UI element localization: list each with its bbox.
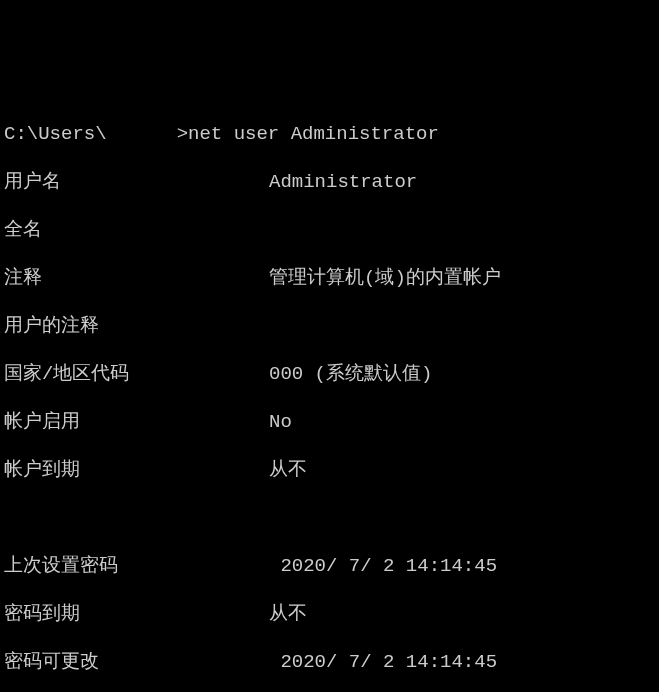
field-password-last-set: 上次设置密码 2020/ 7/ 2 14:14:45 (4, 554, 655, 578)
label-user-comment: 用户的注释 (4, 314, 269, 338)
field-country-code: 国家/地区代码000 (系统默认值) (4, 362, 655, 386)
label-password-expires: 密码到期 (4, 602, 269, 626)
field-account-active: 帐户启用No (4, 410, 655, 434)
value-password-expires: 从不 (269, 602, 307, 626)
command-prompt-line: C:\Users\>net user Administrator (4, 122, 655, 146)
value-username: Administrator (269, 170, 417, 194)
label-account-active: 帐户启用 (4, 410, 269, 434)
value-account-active: No (269, 410, 292, 434)
label-password-last-set: 上次设置密码 (4, 554, 269, 578)
field-password-expires: 密码到期从不 (4, 602, 655, 626)
blank-line (4, 506, 655, 530)
label-country-code: 国家/地区代码 (4, 362, 269, 386)
field-user-comment: 用户的注释 (4, 314, 655, 338)
field-account-expires: 帐户到期从不 (4, 458, 655, 482)
prompt-path-prefix: C:\Users\ (4, 122, 107, 146)
value-password-last-set: 2020/ 7/ 2 14:14:45 (269, 554, 497, 578)
field-username: 用户名Administrator (4, 170, 655, 194)
field-password-changeable: 密码可更改 2020/ 7/ 2 14:14:45 (4, 650, 655, 674)
field-comment: 注释管理计算机(域)的内置帐户 (4, 266, 655, 290)
label-password-changeable: 密码可更改 (4, 650, 269, 674)
label-username: 用户名 (4, 170, 269, 194)
value-country-code: 000 (系统默认值) (269, 362, 432, 386)
terminal-output[interactable]: C:\Users\>net user Administrator 用户名Admi… (4, 98, 655, 692)
redacted-username (107, 122, 177, 140)
field-fullname: 全名 (4, 218, 655, 242)
value-account-expires: 从不 (269, 458, 307, 482)
value-comment: 管理计算机(域)的内置帐户 (269, 266, 501, 290)
value-password-changeable: 2020/ 7/ 2 14:14:45 (269, 650, 497, 674)
label-comment: 注释 (4, 266, 269, 290)
prompt-path-suffix: > (177, 122, 188, 146)
command-text: net user Administrator (188, 122, 439, 146)
label-account-expires: 帐户到期 (4, 458, 269, 482)
label-fullname: 全名 (4, 218, 269, 242)
